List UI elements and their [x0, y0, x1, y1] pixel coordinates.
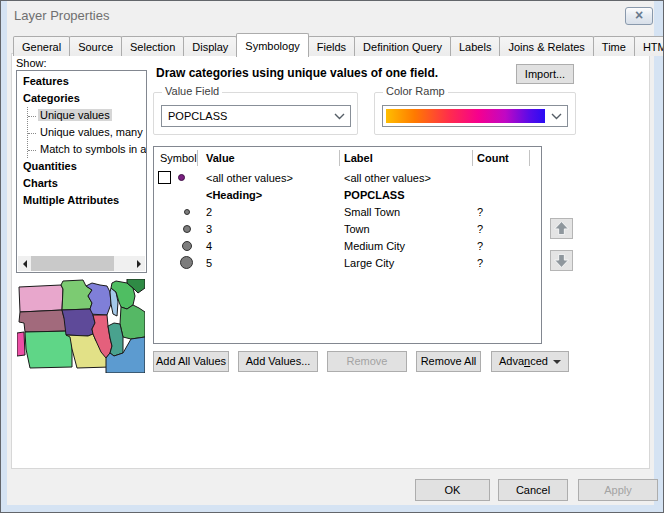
tree-item-charts[interactable]: Charts: [17, 175, 146, 192]
color-ramp-gradient: [386, 109, 545, 123]
value-field-select[interactable]: POPCLASS: [161, 105, 351, 127]
class-symbol[interactable]: [182, 241, 192, 251]
import-button[interactable]: Import...: [516, 64, 574, 84]
arrow-down-icon: [552, 252, 571, 269]
state-shape: [61, 280, 92, 310]
chevron-down-icon: [551, 113, 562, 120]
scrollbar-thumb[interactable]: [31, 256, 114, 271]
apply-button[interactable]: Apply: [578, 479, 658, 501]
value-field-label: Value Field: [162, 85, 222, 97]
state-shape: [25, 331, 72, 368]
class-symbol[interactable]: [180, 256, 193, 269]
tree-connector: [28, 150, 36, 151]
tab-definition-query[interactable]: Definition Query: [354, 36, 451, 56]
tree-item-unique-values-many[interactable]: Unique values, many: [28, 124, 146, 141]
class-symbol[interactable]: [184, 209, 190, 215]
close-icon: ×: [635, 7, 643, 23]
tree-connector: [28, 133, 36, 134]
remove-button[interactable]: Remove: [327, 351, 407, 372]
table-row[interactable]: 4 Medium City ?: [154, 237, 541, 254]
state-shape: [120, 305, 145, 339]
table-row[interactable]: 3 Town ?: [154, 220, 541, 237]
cancel-button[interactable]: Cancel: [498, 479, 568, 501]
tab-bar: General Source Selection Display Symbolo…: [13, 33, 664, 56]
advanced-button-label: Advanced: [499, 352, 548, 371]
window-frame-bottom: [1, 505, 663, 512]
tab-general[interactable]: General: [13, 36, 70, 56]
remove-all-button[interactable]: Remove All: [416, 351, 481, 372]
scroll-left-arrow-icon[interactable]: [18, 256, 31, 271]
window-frame-right: [654, 1, 663, 512]
categories-children: Unique values Unique values, many Match …: [27, 107, 146, 158]
tab-html-popup[interactable]: HTML Popup: [634, 36, 664, 56]
table-row[interactable]: <all other values> <all other values>: [154, 169, 541, 186]
color-ramp-select[interactable]: [382, 105, 568, 127]
tree-horizontal-scrollbar[interactable]: [18, 256, 145, 271]
move-down-button[interactable]: [550, 250, 573, 271]
tab-symbology[interactable]: Symbology: [236, 33, 308, 57]
state-shape: [108, 323, 123, 356]
state-shape: [62, 309, 95, 336]
state-shape: [17, 332, 25, 356]
show-label: Show:: [16, 57, 47, 69]
tab-selection[interactable]: Selection: [121, 36, 184, 56]
tree-item-quantities[interactable]: Quantities: [17, 158, 146, 175]
layer-properties-dialog: Layer Properties × General Source Select…: [0, 0, 664, 513]
all-other-values-checkbox[interactable]: [158, 171, 171, 184]
column-header-filler: [530, 150, 541, 166]
tab-display[interactable]: Display: [183, 36, 237, 56]
close-button[interactable]: ×: [625, 7, 653, 25]
advanced-button[interactable]: Advanced: [491, 351, 569, 372]
tab-joins-relates[interactable]: Joins & Relates: [499, 36, 593, 56]
table-row[interactable]: 5 Large City ?: [154, 254, 541, 271]
state-shape: [19, 285, 63, 312]
table-row[interactable]: 2 Small Town ?: [154, 203, 541, 220]
unique-values-table: Symbol Value Label Count <all other valu…: [153, 146, 542, 344]
column-header-value: Value: [198, 150, 340, 166]
caret-down-icon: [553, 360, 561, 364]
tab-source[interactable]: Source: [69, 36, 122, 56]
value-field-selected: POPCLASS: [168, 110, 227, 122]
chevron-down-icon: [334, 113, 345, 120]
column-header-label: Label: [340, 150, 473, 166]
page-title: Draw categories using unique values of o…: [156, 66, 438, 80]
ok-button[interactable]: OK: [415, 479, 490, 501]
column-header-count: Count: [473, 150, 530, 166]
column-header-symbol: Symbol: [154, 150, 198, 166]
color-ramp-label: Color Ramp: [383, 85, 448, 97]
tree-item-multiple-attributes[interactable]: Multiple Attributes: [17, 192, 146, 209]
add-values-button[interactable]: Add Values...: [238, 351, 318, 372]
tree-item-features[interactable]: Features: [17, 73, 146, 90]
scroll-right-arrow-icon[interactable]: [132, 256, 145, 271]
tree-connector: [28, 116, 36, 117]
table-row[interactable]: <Heading> POPCLASS: [154, 186, 541, 203]
all-other-values-symbol[interactable]: [178, 174, 185, 181]
tree-item-categories[interactable]: Categories: [17, 90, 146, 107]
layer-preview-map: [17, 279, 145, 373]
symbology-tab-page: Show: Features Categories Unique values …: [11, 53, 650, 469]
arrow-up-icon: [552, 220, 571, 237]
color-ramp-group: Color Ramp: [374, 92, 576, 135]
tab-fields[interactable]: Fields: [308, 36, 355, 56]
tree-item-unique-values[interactable]: Unique values: [28, 107, 146, 124]
dialog-title: Layer Properties: [14, 8, 109, 23]
add-all-values-button[interactable]: Add All Values: [153, 351, 229, 372]
tab-labels[interactable]: Labels: [450, 36, 500, 56]
tab-time[interactable]: Time: [593, 36, 635, 56]
window-frame-left: [1, 1, 7, 512]
tree-item-match-to-symbols[interactable]: Match to symbols in a: [28, 141, 146, 158]
move-up-button[interactable]: [550, 218, 573, 239]
table-header-row: Symbol Value Label Count: [154, 147, 541, 169]
class-symbol[interactable]: [183, 225, 191, 233]
value-field-group: Value Field POPCLASS: [153, 92, 358, 135]
show-tree: Features Categories Unique values Unique…: [16, 70, 147, 273]
